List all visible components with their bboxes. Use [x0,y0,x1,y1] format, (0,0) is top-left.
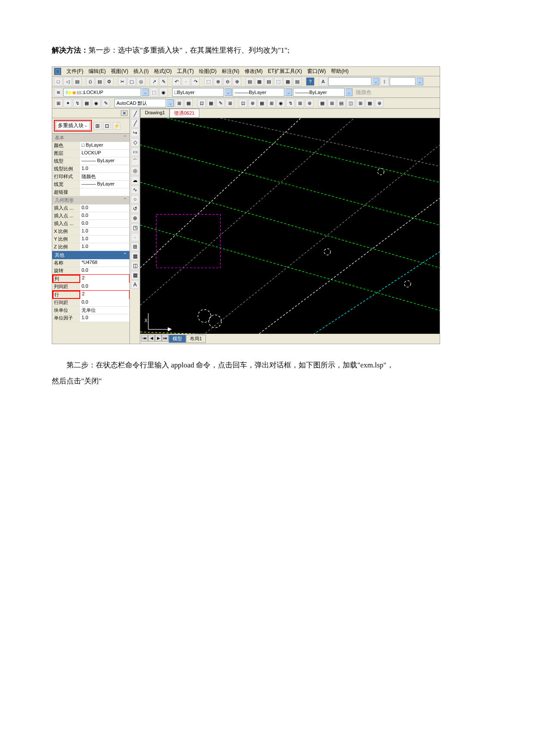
prop-row[interactable]: 插入点 ...0.0 [52,204,129,212]
cut-icon[interactable]: ✂ [118,77,126,86]
draw-tool-icon[interactable]: ▦ [131,252,139,260]
tab-model[interactable]: 模型 [169,335,186,343]
prop-row[interactable]: 打印样式随颜色 [52,173,129,181]
tool-icon[interactable]: ✎ [101,99,110,107]
menu-dim[interactable]: 标注(N) [222,68,239,75]
prop-row[interactable]: 列间距0.0 [52,283,129,291]
tool-icon[interactable]: ▦ [82,99,91,107]
draw-tool-icon[interactable]: ⊞ [131,242,139,251]
prop-value[interactable]: 随颜色 [80,173,129,180]
tool-icon[interactable]: ✎ [216,99,225,107]
tab-active[interactable]: 喷洒0621 [170,109,199,118]
prop-value[interactable]: ——— ByLayer [80,181,129,188]
linetype-combo[interactable]: ——— ByLayer [233,88,284,97]
menu-window[interactable]: 窗口(W) [307,68,326,75]
calc-icon[interactable]: ▤ [293,77,302,86]
color-combo[interactable]: □ ByLayer [172,88,224,97]
brush-icon[interactable]: ✎ [159,77,168,86]
prop-row[interactable]: 插入点 ...0.0 [52,220,129,228]
menu-file[interactable]: 文件(F) [66,68,83,75]
prev-icon[interactable]: ◀ [148,335,155,342]
menu-et[interactable]: ET扩展工具(X) [268,68,302,75]
dimstyle-combo[interactable] [390,77,415,86]
tool-icon[interactable]: ⊞ [226,99,234,107]
markup-icon[interactable]: ▦ [283,77,292,86]
prop-row[interactable]: 线宽——— ByLayer [52,181,129,188]
osnap-icon[interactable]: ⊞ [54,99,63,107]
chevron-down-icon[interactable]: ⌄ [142,88,149,96]
tool-icon[interactable]: ◉ [92,99,101,107]
prop-value[interactable]: 1.0 [80,165,129,173]
draw-tool-icon[interactable]: ∿ [131,185,139,194]
prop-value[interactable]: 无单位 [80,307,129,314]
layers-icon[interactable]: ≋ [54,88,63,97]
tab-layout1[interactable]: 布局1 [186,335,206,343]
prop-value[interactable]: 0.0 [80,299,129,306]
layer-combo[interactable]: ◊ ◉ ◉ ▤ □ LOCKUP [63,88,141,97]
prop-row[interactable]: Z 比例1.0 [52,243,129,251]
tool-icon[interactable]: ⊞ [296,99,304,107]
pickadd-icon[interactable]: ⊡ [103,122,111,130]
tool-icon[interactable]: ↯ [73,99,82,107]
prop-row[interactable]: Y 比例1.0 [52,235,129,243]
prop-row[interactable]: 插入点 ...0.0 [52,212,129,220]
draw-tool-icon[interactable]: A [131,280,139,289]
draw-tool-icon[interactable]: ▦ [131,271,139,279]
next-icon[interactable]: ▶ [155,335,162,342]
draw-tool-icon[interactable]: ╱ [131,119,139,128]
new-icon[interactable]: □ [54,77,63,86]
prop-value[interactable]: 2 [80,275,129,283]
prop-value[interactable]: 0.0 [80,212,129,220]
draw-tool-icon[interactable]: · [131,233,139,242]
draw-tool-icon[interactable]: ⊕ [131,214,139,223]
menu-tools[interactable]: 工具(T) [177,68,194,75]
paste-icon[interactable]: ◎ [137,77,145,86]
prop-value[interactable]: 1.0 [80,243,129,251]
dc-icon[interactable]: ▦ [255,77,264,86]
prop-value[interactable]: 0.0 [80,204,129,212]
prop-value[interactable]: 1.0 [80,314,129,322]
open-icon[interactable]: ◁ [63,77,72,86]
menu-draw[interactable]: 绘图(D) [199,68,217,75]
prop-value[interactable]: 0.0 [80,267,129,274]
prop-row[interactable]: 单位因子1.0 [52,314,129,322]
chevron-down-icon[interactable]: ⌄ [346,88,352,96]
tool-icon[interactable]: ⊗ [305,99,314,107]
prop-row[interactable]: 块单位无单位 [52,307,129,314]
dot-icon[interactable]: · [182,77,190,86]
prop-value[interactable]: □ ByLayer [80,142,129,149]
tool-icon[interactable]: ⊡ [239,99,247,107]
prop-value[interactable]: *U4768 [80,259,129,267]
tool-icon[interactable]: ⊞ [327,99,336,107]
prop-row[interactable]: 颜色□ ByLayer [52,142,129,150]
prop-row[interactable]: 行间距0.0 [52,299,129,307]
menu-modify[interactable]: 修改(M) [245,68,263,75]
match-icon[interactable]: ↗ [150,77,158,86]
tool-icon[interactable]: ⊡ [197,99,206,107]
save-icon[interactable]: ▤ [73,77,82,86]
tool-icon[interactable]: ▦ [207,99,215,107]
copy-icon[interactable]: ▢ [127,77,136,86]
prop-value[interactable] [80,188,129,196]
tool-icon[interactable]: ↯ [286,99,295,107]
zoom-prev-icon[interactable]: ⊕ [233,77,241,86]
tool-icon[interactable]: ▦ [184,99,193,107]
tool-icon[interactable]: ⊕ [375,99,384,107]
prop-value[interactable]: LOCKUP [80,150,129,157]
menu-view[interactable]: 视图(V) [111,68,128,75]
section-geom[interactable]: 几何图形⌃ [52,196,129,204]
prop-value[interactable]: ——— ByLayer [80,157,129,165]
chevron-down-icon[interactable]: ⌄ [225,88,232,96]
layer-prev-icon[interactable]: ⬚ [150,88,158,97]
textstyle-combo[interactable] [328,77,371,86]
tab-drawing1[interactable]: Drawing1 [140,109,170,118]
help-icon[interactable]: ? [306,77,315,86]
chevron-down-icon[interactable]: ⌄ [372,78,379,85]
draw-tool-icon[interactable]: ☁ [131,176,139,185]
ssm-icon[interactable]: ⬚ [274,77,283,86]
tool-icon[interactable]: ⊗ [248,99,257,107]
dim-icon[interactable]: ⟟ [380,77,389,86]
draw-tool-icon[interactable]: ◫ [131,261,139,270]
props-icon[interactable]: ▤ [245,77,254,86]
prop-row[interactable]: 行2 [52,290,129,299]
